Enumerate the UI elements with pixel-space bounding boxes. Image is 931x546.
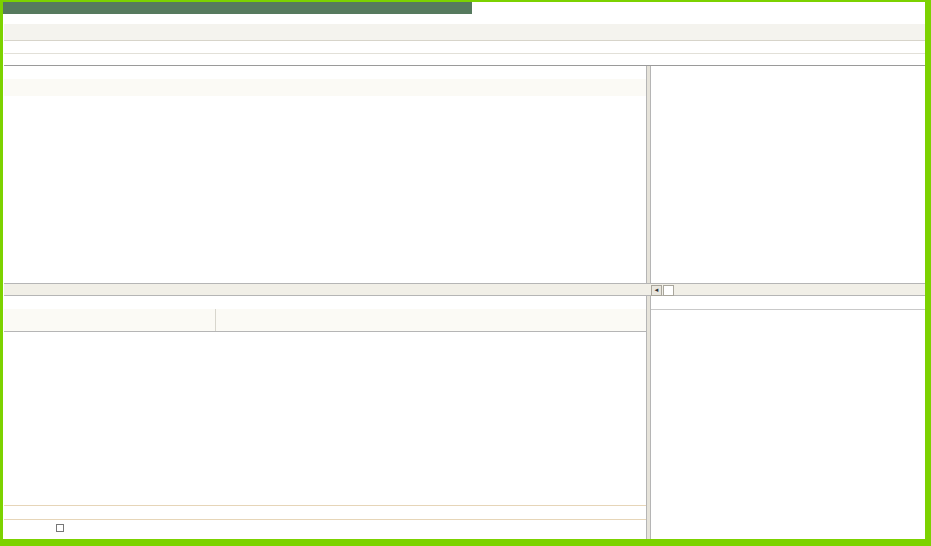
- resource-table-header: [4, 309, 646, 332]
- gantt-chart: [646, 66, 926, 284]
- resource-usage-histogram: [646, 309, 926, 540]
- frame-top: [0, 0, 931, 2]
- footer-divider-1: [4, 505, 646, 506]
- horizontal-splitter[interactable]: ◄: [4, 283, 925, 296]
- pane-divider-top[interactable]: [646, 66, 651, 283]
- menu-bar: [4, 14, 924, 24]
- layout-bar: [4, 66, 646, 80]
- footer-divider-2: [4, 519, 646, 520]
- frame-left: [0, 0, 3, 546]
- frame-bottom: [0, 539, 931, 546]
- activity-table: [4, 96, 646, 283]
- gantt-scroll-left-button[interactable]: ◄: [651, 285, 662, 296]
- histogram-panel-header: [651, 296, 925, 310]
- activity-table-header: [4, 79, 646, 97]
- main-toolbar: [4, 24, 927, 41]
- p6-application-window: ◄: [0, 0, 931, 546]
- resources-panel-header: [4, 296, 646, 310]
- view-tabs: [4, 53, 925, 66]
- window-title-bar: [3, 2, 472, 14]
- resource-checkbox[interactable]: [56, 524, 64, 532]
- gantt-scroll-thumb[interactable]: [663, 285, 674, 296]
- column-divider[interactable]: [215, 309, 216, 331]
- frame-right: [925, 0, 931, 546]
- resource-list: [0, 331, 650, 471]
